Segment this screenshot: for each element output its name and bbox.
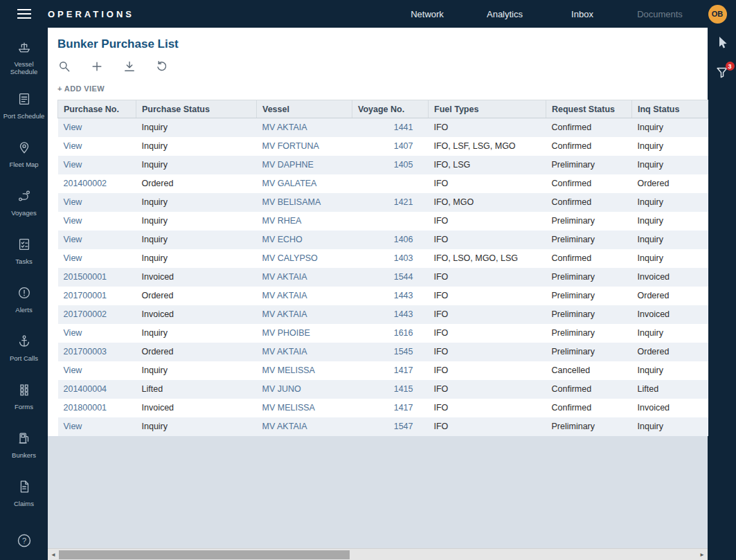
vessel-link[interactable]: MV DAPHNE (262, 160, 314, 170)
sidebar-item-fleet-map[interactable]: Fleet Map (0, 130, 48, 179)
vessel-link[interactable]: MV JUNO (262, 384, 301, 394)
purchase_no-link[interactable]: View (64, 365, 82, 375)
vessel-link[interactable]: MV CALYPSO (262, 253, 318, 263)
voyage_no-link[interactable]: 1403 (394, 253, 413, 263)
voyage_no-link[interactable]: 1545 (394, 347, 413, 356)
vessel-link[interactable]: MV GALATEA (262, 179, 317, 188)
cursor-icon[interactable] (714, 35, 730, 54)
purchase_no-link[interactable]: View (64, 197, 82, 207)
vessel-link[interactable]: MV AKTAIA (262, 123, 307, 132)
sidebar-item-bunkers[interactable]: Bunkers (0, 421, 48, 469)
table-row[interactable]: ViewInquiryMV MELISSA1417IFOCancelledInq… (58, 361, 708, 380)
vessel-link[interactable]: MV AKTAIA (262, 309, 307, 319)
table-row[interactable]: ViewInquiryMV AKTAIA1441IFOConfirmedInqu… (58, 118, 708, 137)
purchase_no-link[interactable]: View (64, 123, 82, 132)
purchase_no-link[interactable]: View (64, 422, 82, 431)
table-row[interactable]: ViewInquiryMV RHEAIFOPreliminaryInquiry (58, 212, 708, 231)
nav-item-network[interactable]: Network (388, 9, 466, 19)
nav-item-analytics[interactable]: Analytics (466, 9, 544, 19)
purchase_no-link[interactable]: 201400002 (64, 179, 107, 188)
vessel-link[interactable]: MV BELISAMA (262, 197, 321, 207)
sidebar-item-voyages[interactable]: Voyages (0, 179, 48, 227)
voyage_no-link[interactable]: 1415 (394, 384, 413, 394)
voyage_no-link[interactable]: 1441 (394, 123, 413, 132)
search-icon[interactable] (57, 60, 71, 73)
purchase_no-link[interactable]: View (64, 141, 82, 151)
user-avatar[interactable]: OB (708, 5, 727, 24)
table-row[interactable]: 201700001OrderedMV AKTAIA1443IFOPrelimin… (58, 287, 708, 305)
hamburger-icon[interactable] (0, 9, 48, 19)
filter-icon[interactable]: 3 (715, 65, 730, 83)
table-row[interactable]: 201700002InvoicedMV AKTAIA1443IFOPrelimi… (58, 305, 708, 324)
table-row[interactable]: ViewInquiryMV FORTUNA1407IFO, LSF, LSG, … (58, 137, 708, 156)
purchase_no-link[interactable]: View (64, 328, 82, 338)
voyage_no-link[interactable]: 1547 (394, 422, 413, 431)
column-header[interactable]: Purchase Status (136, 100, 257, 118)
vessel-link[interactable]: MV AKTAIA (262, 347, 307, 356)
voyage_no-link[interactable]: 1405 (394, 160, 413, 170)
table-row[interactable]: 201700003OrderedMV AKTAIA1545IFOPrelimin… (58, 343, 708, 361)
voyage_no-link[interactable]: 1443 (394, 291, 413, 300)
column-header[interactable]: Voyage No. (352, 100, 429, 118)
voyage_no-link[interactable]: 1616 (394, 328, 413, 338)
voyage_no-link[interactable]: 1407 (394, 141, 413, 151)
vessel-link[interactable]: MV ECHO (262, 235, 303, 244)
table-row[interactable]: 201800001InvoicedMV MELISSA1417IFOConfir… (58, 399, 708, 417)
column-header[interactable]: Inq Status (632, 100, 708, 118)
column-header[interactable]: Vessel (257, 100, 352, 118)
vessel-link[interactable]: MV AKTAIA (262, 422, 307, 431)
table-row[interactable]: 201400002OrderedMV GALATEAIFOConfirmedOr… (58, 174, 708, 193)
sidebar-item-port-schedule[interactable]: Port Schedule (0, 82, 48, 130)
scroll-right-arrow[interactable]: ► (697, 549, 708, 560)
column-header[interactable]: Purchase No. (58, 100, 136, 118)
add-icon[interactable] (90, 60, 104, 73)
table-row[interactable]: 201500001InvoicedMV AKTAIA1544IFOPrelimi… (58, 268, 708, 287)
vessel-link[interactable]: MV RHEA (262, 216, 302, 226)
vessel-link[interactable]: MV AKTAIA (262, 291, 307, 300)
vessel-link[interactable]: MV PHOIBE (262, 328, 310, 338)
vessel-link[interactable]: MV MELISSA (262, 365, 315, 375)
purchase_no-link[interactable]: View (64, 160, 82, 170)
table-row[interactable]: ViewInquiryMV PHOIBE1616IFOPreliminaryIn… (58, 324, 708, 343)
table-row[interactable]: ViewInquiryMV CALYPSO1403IFO, LSO, MGO, … (58, 249, 708, 268)
download-icon[interactable] (123, 60, 136, 73)
vessel-link[interactable]: MV AKTAIA (262, 272, 307, 282)
voyage_no-link[interactable]: 1443 (394, 309, 413, 319)
table-row[interactable]: ViewInquiryMV ECHO1406IFOPreliminaryInqu… (58, 231, 708, 249)
voyage_no-link[interactable]: 1421 (394, 197, 413, 207)
reset-icon[interactable] (155, 60, 169, 73)
help-icon[interactable]: ? (16, 532, 33, 552)
sidebar-item-claims[interactable]: Claims (0, 469, 48, 518)
purchase_no-link[interactable]: View (64, 216, 82, 226)
sidebar-item-alerts[interactable]: Alerts (0, 276, 48, 324)
purchase_no-link[interactable]: 201500001 (64, 272, 107, 282)
purchase_no-link[interactable]: 201700003 (64, 347, 107, 356)
purchase_no-link[interactable]: 201700001 (64, 291, 107, 300)
sidebar-item-forms[interactable]: Forms (0, 372, 48, 421)
voyage_no-link[interactable]: 1417 (394, 365, 413, 375)
purchase_no-link[interactable]: 201400004 (64, 384, 107, 394)
sidebar-item-port-calls[interactable]: Port Calls (0, 324, 48, 372)
nav-item-inbox[interactable]: Inbox (544, 9, 621, 19)
column-header[interactable]: Request Status (546, 100, 632, 118)
purchase_no-link[interactable]: 201800001 (64, 403, 107, 413)
add-view-button[interactable]: + ADD VIEW (57, 84, 708, 93)
sidebar-item-tasks[interactable]: Tasks (0, 227, 48, 276)
scroll-left-arrow[interactable]: ◄ (48, 549, 59, 560)
table-row[interactable]: ViewInquiryMV DAPHNE1405IFO, LSGPrelimin… (58, 156, 708, 174)
table-row[interactable]: ViewInquiryMV BELISAMA1421IFO, MGOConfir… (58, 193, 708, 212)
column-header[interactable]: Fuel Types (429, 100, 546, 118)
purchase_no-link[interactable]: View (64, 235, 82, 244)
vessel-link[interactable]: MV FORTUNA (262, 141, 319, 151)
table-row[interactable]: ViewInquiryMV AKTAIA1547IFOPreliminaryIn… (58, 417, 708, 436)
scrollbar-thumb[interactable] (59, 550, 350, 559)
nav-item-documents[interactable]: Documents (621, 9, 699, 19)
horizontal-scrollbar[interactable]: ◄ ► (48, 548, 708, 560)
vessel-link[interactable]: MV MELISSA (262, 403, 315, 413)
voyage_no-link[interactable]: 1406 (394, 235, 413, 244)
table-row[interactable]: 201400004LiftedMV JUNO1415IFOConfirmedLi… (58, 380, 708, 399)
purchase_no-link[interactable]: View (64, 253, 82, 263)
voyage_no-link[interactable]: 1417 (394, 403, 413, 413)
purchase_no-link[interactable]: 201700002 (64, 309, 107, 319)
sidebar-item-vessel-schedule[interactable]: Vessel Schedule (0, 33, 48, 82)
